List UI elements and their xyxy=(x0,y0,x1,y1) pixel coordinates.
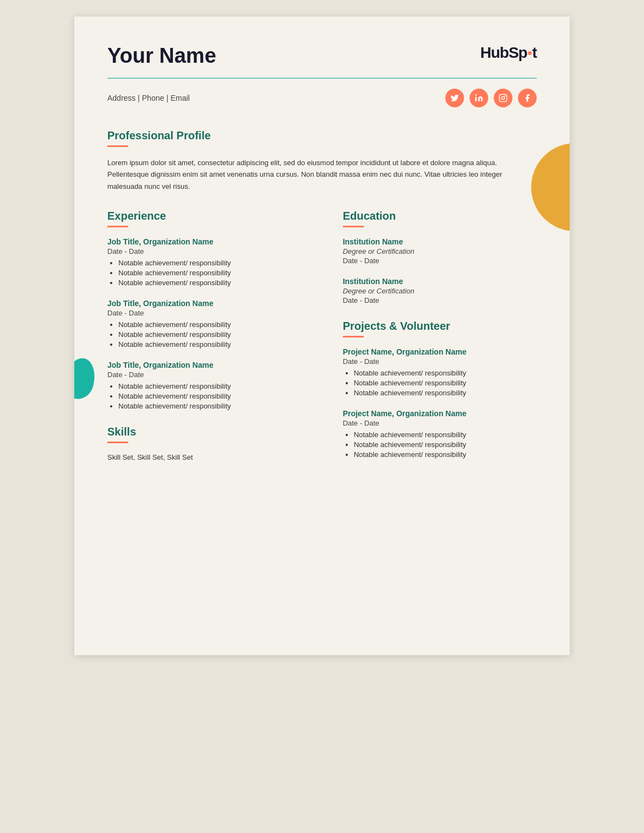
resume-page: Your Name HubSpt Address | Phone | Email… xyxy=(74,17,570,655)
education-section: Education Institution Name Degree or Cer… xyxy=(343,210,537,304)
list-item: Notable achievement/ responsibility xyxy=(354,379,537,387)
twitter-icon[interactable] xyxy=(445,89,464,107)
list-item: Notable achievement/ responsibility xyxy=(118,382,321,390)
projects-underline xyxy=(343,336,364,337)
facebook-icon[interactable] xyxy=(518,89,537,107)
resume-name: Your Name xyxy=(107,44,216,68)
exp-date-3: Date - Date xyxy=(107,371,321,379)
experience-entry-1: Job Title, Organization Name Date - Date… xyxy=(107,237,321,287)
edu-institution-1: Institution Name xyxy=(343,237,537,246)
list-item: Notable achievement/ responsibility xyxy=(118,330,321,339)
deco-teal-shape xyxy=(74,355,100,402)
project-title-1: Project Name, Organization Name xyxy=(343,347,537,356)
exp-list-1: Notable achievement/ responsibility Nota… xyxy=(107,259,321,287)
hubspot-logo: HubSpt xyxy=(480,44,537,62)
list-item: Notable achievement/ responsibility xyxy=(354,440,537,449)
project-date-1: Date - Date xyxy=(343,357,537,366)
experience-entry-2: Job Title, Organization Name Date - Date… xyxy=(107,299,321,349)
exp-list-3: Notable achievement/ responsibility Nota… xyxy=(107,382,321,410)
list-item: Notable achievement/ responsibility xyxy=(118,269,321,277)
profile-body: Lorem ipsum dolor sit amet, consectetur … xyxy=(107,157,537,192)
list-item: Notable achievement/ responsibility xyxy=(118,279,321,287)
list-item: Notable achievement/ responsibility xyxy=(118,259,321,267)
experience-heading: Experience xyxy=(107,210,321,222)
linkedin-icon[interactable] xyxy=(470,89,488,107)
edu-date-2: Date - Date xyxy=(343,296,537,304)
profile-underline xyxy=(107,145,128,147)
project-title-2: Project Name, Organization Name xyxy=(343,409,537,418)
exp-date-1: Date - Date xyxy=(107,247,321,255)
edu-institution-2: Institution Name xyxy=(343,277,537,286)
contact-row: Address | Phone | Email xyxy=(107,89,537,107)
exp-list-2: Notable achievement/ responsibility Nota… xyxy=(107,320,321,349)
education-entry-2: Institution Name Degree or Certification… xyxy=(343,277,537,304)
hubspot-text: HubSp xyxy=(480,44,527,62)
instagram-icon[interactable] xyxy=(494,89,512,107)
skills-section: Skills Skill Set, Skill Set, Skill Set xyxy=(107,426,321,461)
left-column: Experience Job Title, Organization Name … xyxy=(107,210,321,471)
education-entry-1: Institution Name Degree or Certification… xyxy=(343,237,537,265)
project-entry-2: Project Name, Organization Name Date - D… xyxy=(343,409,537,459)
contact-text: Address | Phone | Email xyxy=(107,94,190,102)
edu-date-1: Date - Date xyxy=(343,257,537,265)
list-item: Notable achievement/ responsibility xyxy=(118,402,321,410)
exp-date-2: Date - Date xyxy=(107,309,321,317)
social-icons-group xyxy=(445,89,537,107)
project-list-2: Notable achievement/ responsibility Nota… xyxy=(343,431,537,459)
list-item: Notable achievement/ responsibility xyxy=(354,431,537,439)
project-date-2: Date - Date xyxy=(343,419,537,427)
edu-degree-2: Degree or Certification xyxy=(343,287,537,295)
exp-title-2: Job Title, Organization Name xyxy=(107,299,321,308)
list-item: Notable achievement/ responsibility xyxy=(354,450,537,459)
experience-section: Experience Job Title, Organization Name … xyxy=(107,210,321,410)
svg-rect-1 xyxy=(499,94,506,101)
skills-heading: Skills xyxy=(107,426,321,438)
education-underline xyxy=(343,226,364,227)
header-divider xyxy=(107,78,537,79)
hubspot-text2: t xyxy=(532,44,537,62)
skills-underline xyxy=(107,442,128,443)
exp-title-1: Job Title, Organization Name xyxy=(107,237,321,246)
svg-point-0 xyxy=(475,94,477,96)
list-item: Notable achievement/ responsibility xyxy=(354,389,537,397)
svg-point-3 xyxy=(505,95,506,96)
list-item: Notable achievement/ responsibility xyxy=(118,320,321,329)
projects-heading: Projects & Volunteer xyxy=(343,320,537,333)
project-entry-1: Project Name, Organization Name Date - D… xyxy=(343,347,537,397)
page-header: Your Name HubSpt xyxy=(107,44,537,68)
project-list-1: Notable achievement/ responsibility Nota… xyxy=(343,369,537,397)
hubspot-dot xyxy=(528,51,532,55)
projects-section: Projects & Volunteer Project Name, Organ… xyxy=(343,320,537,459)
experience-entry-3: Job Title, Organization Name Date - Date… xyxy=(107,361,321,410)
skills-text: Skill Set, Skill Set, Skill Set xyxy=(107,453,321,461)
edu-degree-1: Degree or Certification xyxy=(343,247,537,255)
profile-section: Professional Profile Lorem ipsum dolor s… xyxy=(107,129,537,192)
list-item: Notable achievement/ responsibility xyxy=(354,369,537,377)
exp-title-3: Job Title, Organization Name xyxy=(107,361,321,369)
profile-heading: Professional Profile xyxy=(107,129,537,142)
list-item: Notable achievement/ responsibility xyxy=(118,340,321,349)
right-column: Education Institution Name Degree or Cer… xyxy=(343,210,537,471)
deco-orange-shape xyxy=(531,143,570,231)
two-column-layout: Experience Job Title, Organization Name … xyxy=(107,210,537,471)
svg-point-2 xyxy=(501,96,504,99)
list-item: Notable achievement/ responsibility xyxy=(118,392,321,400)
experience-underline xyxy=(107,226,128,227)
education-heading: Education xyxy=(343,210,537,222)
